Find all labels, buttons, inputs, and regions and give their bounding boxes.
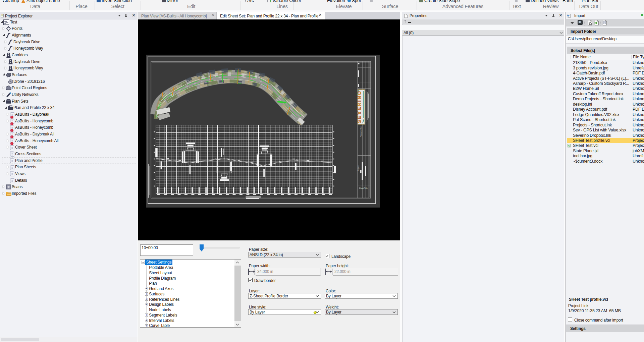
svg-text:Prepared for:: Prepared for: xyxy=(360,126,362,137)
svg-text:Project:: Project: xyxy=(357,165,359,171)
svg-text:Sheet Title:: Sheet Title: xyxy=(359,187,368,189)
